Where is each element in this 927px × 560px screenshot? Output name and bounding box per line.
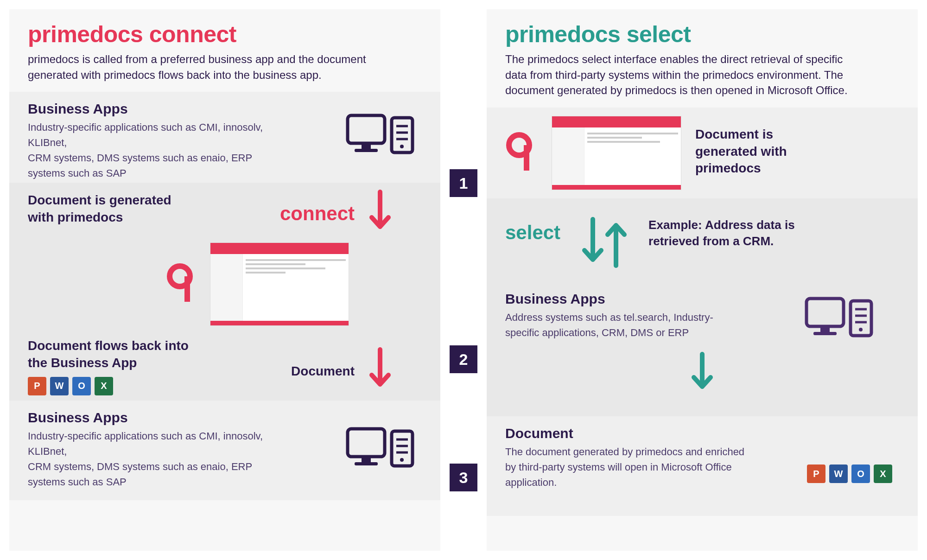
select-band-document: Document The document generated by prime…: [487, 416, 918, 516]
svg-rect-10: [348, 429, 385, 457]
svg-rect-2: [355, 149, 378, 152]
app-screenshot-icon: [210, 242, 349, 326]
svg-point-27: [859, 328, 863, 331]
computer-icon: [345, 113, 415, 161]
arrow-down-icon: [505, 352, 899, 398]
svg-rect-12: [355, 462, 378, 465]
doc-generated-title: Document is generated with primedocs: [28, 192, 185, 226]
excel-icon: X: [874, 465, 892, 483]
outlook-icon: O: [851, 465, 870, 483]
svg-rect-22: [813, 332, 837, 335]
select-flow-label: select: [505, 222, 560, 244]
office-icons-row: P W O X: [28, 377, 204, 395]
connect-column: primedocs connect primedocs is called fr…: [9, 9, 440, 551]
document-label: Document: [291, 364, 355, 379]
svg-rect-21: [820, 326, 830, 332]
select-header: primedocs select The primedocs select in…: [487, 9, 918, 108]
band-text: The document generated by primedocs and …: [505, 444, 746, 490]
select-band-generated: Document is generated with primedocs: [487, 108, 918, 198]
powerpoint-icon: P: [807, 465, 825, 483]
band-text: Industry-specific applications such as C…: [28, 120, 287, 181]
word-icon: W: [829, 465, 848, 483]
select-column: primedocs select The primedocs select in…: [487, 9, 918, 551]
word-icon: W: [50, 377, 69, 395]
select-description: The primedocs select interface enables t…: [505, 51, 867, 98]
excel-icon: X: [95, 377, 113, 395]
arrow-down-icon: [366, 190, 394, 238]
computer-icon: [345, 426, 415, 475]
select-flow-band: select Example: Address data is retrieve…: [487, 198, 918, 416]
band-title: Business Apps: [28, 410, 422, 426]
svg-rect-0: [348, 115, 385, 143]
outlook-icon: O: [72, 377, 91, 395]
band-text: Industry-specific applications such as C…: [28, 428, 287, 490]
doc-generated-title: Document is generated with primedocs: [695, 126, 825, 177]
computer-icon: [804, 296, 874, 344]
band-text: Address systems such as tel.search, Indu…: [505, 310, 746, 340]
step-number-2: 2: [450, 345, 477, 373]
primedocs-logo-icon: [505, 131, 538, 175]
select-title: primedocs select: [505, 21, 899, 48]
connect-description: primedocs is called from a preferred bus…: [28, 51, 389, 83]
select-example-text: Example: Address data is retrieved from …: [648, 217, 801, 249]
connect-flow-label: connect: [280, 203, 355, 225]
svg-rect-1: [362, 143, 371, 149]
connect-band-business-apps-bottom: Business Apps Industry-specific applicat…: [9, 401, 440, 500]
powerpoint-icon: P: [28, 377, 46, 395]
primedocs-logo-icon: [166, 262, 198, 306]
app-screenshot-icon: [552, 116, 681, 190]
arrow-down-icon: [366, 347, 394, 395]
step-number-3: 3: [450, 464, 477, 491]
svg-rect-9: [184, 276, 190, 302]
step-number-1: 1: [450, 169, 477, 197]
connect-band-business-apps-top: Business Apps Industry-specific applicat…: [9, 92, 440, 183]
office-icons-row: P W O X: [807, 459, 892, 483]
svg-rect-20: [806, 299, 844, 326]
band-title: Document: [505, 426, 899, 441]
connect-flow-band: Document is generated with primedocs con…: [9, 183, 440, 401]
svg-rect-19: [524, 145, 529, 171]
connect-title: primedocs connect: [28, 21, 422, 48]
svg-point-7: [400, 145, 404, 148]
connect-header: primedocs connect primedocs is called fr…: [9, 9, 440, 92]
bidirectional-arrows-icon: [574, 212, 635, 273]
svg-rect-11: [362, 457, 371, 462]
svg-point-17: [400, 458, 404, 462]
doc-flows-back-title: Document flows back into the Business Ap…: [28, 337, 204, 371]
